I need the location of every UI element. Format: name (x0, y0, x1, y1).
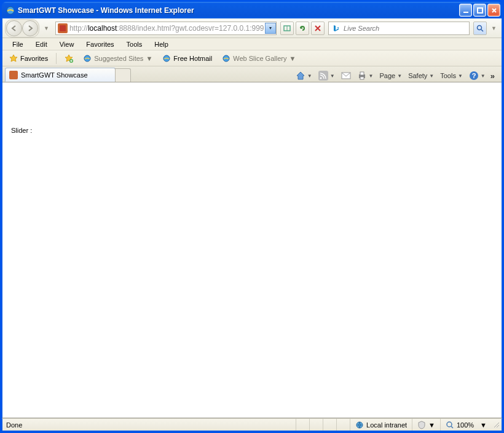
suggested-sites-label: Suggested Sites (94, 55, 143, 62)
home-icon (296, 71, 305, 81)
suggested-sites-link[interactable]: Suggested Sites ▼ (79, 52, 157, 65)
help-icon: ? (469, 71, 479, 81)
menu-edit[interactable]: Edit (30, 39, 53, 49)
star-icon (9, 54, 18, 63)
ie-small-icon (162, 54, 171, 63)
search-dropdown[interactable]: ▼ (489, 25, 499, 31)
url-text: http://localhost:8888/index.html?gwt.cod… (69, 24, 265, 33)
tab-favicon (9, 71, 18, 79)
svg-point-5 (478, 25, 482, 30)
status-pane (336, 419, 350, 431)
new-tab-button[interactable] (115, 68, 131, 82)
separator (56, 53, 57, 64)
dropdown-icon: ▼ (289, 55, 296, 62)
ie-small-icon (83, 54, 92, 63)
slider-label: Slider : (11, 127, 32, 134)
svg-point-11 (320, 77, 321, 79)
security-zone[interactable]: Local intranet (350, 419, 412, 431)
refresh-button[interactable] (296, 22, 309, 35)
address-bar[interactable]: http://localhost:8888/index.html?gwt.cod… (55, 22, 277, 35)
favorites-button[interactable]: Favorites (5, 52, 52, 65)
page-menu[interactable]: Page▼ (377, 71, 406, 81)
window-title: SmartGWT Showcase - Windows Internet Exp… (18, 6, 459, 15)
compat-view-button[interactable] (280, 22, 294, 35)
window-titlebar[interactable]: SmartGWT Showcase - Windows Internet Exp… (2, 2, 502, 18)
status-bar: Done Local intranet ▼ 100% ▼ (2, 418, 502, 431)
resize-grip[interactable] (492, 421, 502, 429)
svg-rect-14 (360, 72, 364, 75)
help-button[interactable]: ?▼ (466, 70, 489, 82)
command-bar: ▼ ▼ ▼ Page▼ Safety▼ Tools▼ ?▼ » (131, 70, 499, 82)
stop-button[interactable] (311, 22, 325, 35)
svg-rect-15 (360, 77, 364, 79)
url-favicon (58, 23, 68, 33)
navigation-bar: ▼ http://localhost:8888/index.html?gwt.c… (2, 18, 502, 38)
page-content: Slider : (2, 82, 502, 418)
menu-view[interactable]: View (53, 39, 81, 49)
tab-smartgwt-showcase[interactable]: SmartGWT Showcase (5, 68, 116, 82)
close-button[interactable] (487, 4, 500, 17)
search-input[interactable] (344, 25, 469, 32)
favorites-label: Favorites (20, 55, 48, 62)
search-button[interactable] (473, 22, 487, 35)
tools-menu[interactable]: Tools▼ (437, 71, 466, 81)
menu-favorites[interactable]: Favorites (80, 39, 120, 49)
zone-label: Local intranet (366, 421, 407, 429)
svg-rect-1 (463, 12, 468, 13)
menu-help[interactable]: Help (148, 39, 175, 49)
star-plus-icon (65, 54, 73, 63)
url-dropdown[interactable]: ▾ (265, 23, 276, 34)
home-button[interactable]: ▼ (293, 70, 315, 82)
search-box[interactable] (328, 22, 470, 35)
menu-file[interactable]: File (6, 39, 30, 49)
overflow-button[interactable]: » (489, 71, 497, 81)
free-hotmail-link[interactable]: Free Hotmail (158, 52, 216, 65)
bing-icon (331, 24, 342, 33)
shield-icon (417, 421, 426, 429)
zoom-control[interactable]: 100% ▼ (440, 419, 492, 431)
add-to-favbar-button[interactable] (60, 52, 77, 65)
safety-menu[interactable]: Safety▼ (405, 71, 437, 81)
print-icon (357, 71, 367, 81)
zoom-icon (446, 421, 454, 429)
menu-tools[interactable]: Tools (120, 39, 149, 49)
svg-rect-10 (318, 71, 328, 81)
forward-button[interactable] (22, 20, 38, 36)
ie-small-icon (222, 54, 230, 63)
svg-text:?: ? (471, 72, 476, 79)
tab-title: SmartGWT Showcase (21, 71, 88, 79)
tab-bar: SmartGWT Showcase ▼ ▼ ▼ Page▼ Safety▼ To… (2, 66, 502, 82)
free-hotmail-label: Free Hotmail (173, 55, 212, 62)
read-mail-button[interactable] (338, 70, 354, 81)
status-pane (323, 419, 336, 431)
feeds-button[interactable]: ▼ (315, 70, 338, 82)
svg-rect-2 (478, 8, 482, 13)
web-slice-link[interactable]: Web Slice Gallery ▼ (218, 52, 300, 65)
nav-history-dropdown[interactable]: ▼ (41, 25, 52, 31)
web-slice-label: Web Slice Gallery (233, 55, 286, 62)
menu-bar: File Edit View Favorites Tools Help (2, 38, 502, 50)
dropdown-icon: ▼ (146, 55, 152, 62)
zoom-value: 100% (457, 421, 474, 429)
status-pane (309, 419, 323, 431)
status-text: Done (2, 419, 27, 431)
ie-icon (6, 6, 15, 15)
minimize-button[interactable] (459, 4, 472, 17)
status-pane (296, 419, 309, 431)
print-button[interactable]: ▼ (354, 70, 377, 82)
favorites-bar: Favorites Suggested Sites ▼ Free Hotmail… (2, 50, 502, 66)
rss-icon (318, 71, 328, 81)
protected-mode[interactable]: ▼ (412, 419, 440, 431)
back-button[interactable] (6, 20, 22, 36)
svg-rect-3 (60, 25, 66, 31)
maximize-button[interactable] (473, 4, 486, 17)
mail-icon (341, 71, 351, 80)
svg-point-19 (447, 422, 452, 427)
internet-icon (355, 421, 364, 429)
